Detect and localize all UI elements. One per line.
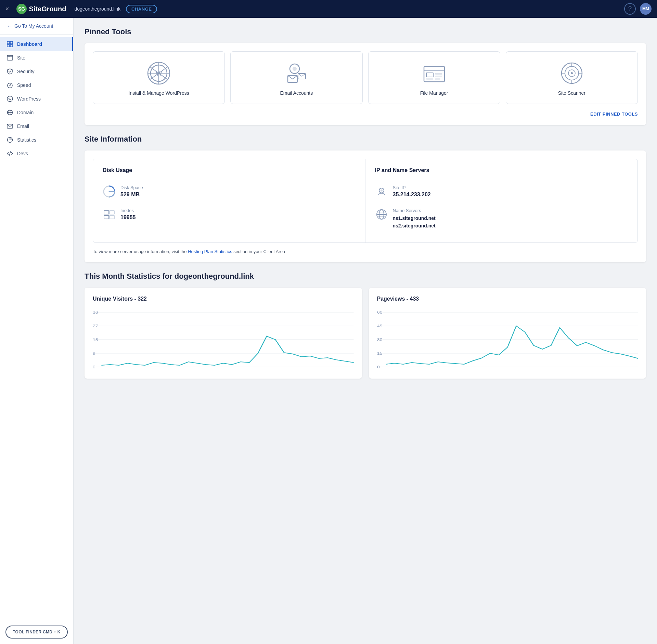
tool-card-wordpress[interactable]: W Install & Manage WordPress: [93, 51, 225, 104]
sidebar-item-speed[interactable]: Speed: [0, 78, 73, 92]
email-tool-label: Email Accounts: [280, 90, 313, 97]
svg-rect-49: [104, 211, 109, 214]
unique-visitors-chart: 36 27 18 9 0: [93, 309, 354, 370]
sidebar-item-security-label: Security: [17, 69, 35, 74]
wordpress-icon: W: [7, 96, 13, 102]
sidebar-item-dashboard-label: Dashboard: [17, 41, 42, 47]
disk-space-row: Disk Space 529 MB: [103, 180, 356, 203]
svg-text:60: 60: [377, 311, 383, 315]
inodes-icon: [103, 208, 116, 221]
edit-pinned-tools-link[interactable]: EDIT PINNED TOOLS: [590, 111, 638, 117]
sidebar-item-speed-label: Speed: [17, 82, 31, 88]
disk-space-value: 529 MB: [120, 192, 143, 198]
avatar[interactable]: MM: [640, 3, 652, 15]
go-to-account-label: Go To My Account: [14, 23, 53, 29]
pageviews-chart: 60 45 30 15 0: [377, 309, 638, 370]
sidebar-item-domain-label: Domain: [17, 110, 34, 115]
sidebar-item-wordpress[interactable]: W WordPress: [0, 92, 73, 106]
ns1-value: ns1.siteground.net: [393, 215, 436, 221]
name-servers-row: Name Servers ns1.siteground.net ns2.site…: [375, 203, 628, 235]
wordpress-tool-label: Install & Manage WordPress: [129, 90, 189, 97]
ip-servers-title: IP and Name Servers: [375, 167, 628, 173]
svg-rect-52: [110, 215, 114, 219]
site-icon: [7, 55, 13, 61]
sidebar-item-site-label: Site: [17, 55, 25, 61]
note-pre: To view more server usage information, v…: [93, 249, 188, 254]
site-info-title: Site Information: [85, 135, 646, 144]
pinned-tools-title: Pinned Tools: [85, 27, 646, 36]
logo-text: SiteGround: [29, 5, 66, 13]
close-button[interactable]: ×: [5, 5, 9, 13]
svg-text:0: 0: [377, 365, 380, 369]
statistics-icon: [7, 137, 13, 143]
name-servers-value: ns1.siteground.net ns2.siteground.net: [393, 214, 436, 230]
sidebar-item-statistics-label: Statistics: [17, 137, 36, 143]
svg-point-12: [10, 85, 11, 86]
dashboard-icon: [7, 41, 13, 47]
main-layout: ← Go To My Account Dashboard: [0, 18, 657, 644]
disk-usage-title: Disk Usage: [103, 167, 356, 173]
scanner-tool-label: Site Scanner: [558, 90, 585, 97]
pinned-tools-grid: W Install & Manage WordPress: [93, 51, 638, 104]
tool-card-filemanager[interactable]: File Manager: [368, 51, 500, 104]
disk-space-icon: [103, 185, 116, 198]
svg-text:W: W: [9, 97, 12, 101]
site-ip-label: Site IP: [393, 185, 431, 190]
site-ip-icon: [375, 185, 388, 198]
inodes-value: 19955: [120, 214, 136, 221]
sidebar-item-dashboard[interactable]: Dashboard: [0, 37, 73, 51]
sidebar-item-security[interactable]: Security: [0, 65, 73, 78]
tool-card-email[interactable]: Email Accounts: [230, 51, 362, 104]
svg-point-43: [571, 72, 573, 74]
svg-text:9: 9: [93, 352, 95, 356]
svg-point-8: [8, 56, 9, 56]
svg-text:18: 18: [93, 338, 98, 342]
sidebar-item-devs[interactable]: Devs: [0, 147, 73, 160]
tool-card-scanner[interactable]: Site Scanner: [506, 51, 638, 104]
note-post: section in your Client Area: [232, 249, 285, 254]
disk-usage-panel: Disk Usage Disk Space 529 MB: [93, 159, 365, 243]
sidebar-nav: Dashboard Site Security: [0, 35, 73, 620]
wordpress-tool-icon: W: [147, 61, 171, 85]
ns2-value: ns2.siteground.net: [393, 223, 436, 228]
ip-servers-panel: IP and Name Servers Site IP 35.214.233.2…: [365, 159, 638, 243]
domain-icon: [7, 109, 13, 116]
topbar: × SG SiteGround dogeontheground.link CHA…: [0, 0, 657, 18]
sidebar-item-domain[interactable]: Domain: [0, 106, 73, 119]
svg-text:W: W: [155, 69, 163, 77]
scanner-tool-icon: [560, 61, 584, 85]
svg-point-30: [293, 67, 297, 71]
inodes-row: Inodes 19955: [103, 203, 356, 226]
site-ip-row: Site IP 35.214.233.202: [375, 180, 628, 203]
pageviews-title: Pageviews - 433: [377, 296, 638, 302]
sidebar-item-site[interactable]: Site: [0, 51, 73, 65]
svg-text:SG: SG: [18, 6, 25, 12]
svg-line-21: [9, 152, 11, 156]
svg-text:15: 15: [377, 352, 383, 356]
svg-text:27: 27: [93, 324, 98, 328]
sidebar-item-email[interactable]: Email: [0, 119, 73, 133]
svg-text:45: 45: [377, 324, 383, 328]
tool-finder-button[interactable]: TOOL FINDER CMD + K: [5, 626, 68, 639]
svg-point-9: [9, 56, 10, 56]
svg-rect-50: [104, 215, 109, 219]
filemanager-tool-icon: [422, 61, 446, 85]
svg-rect-37: [435, 73, 442, 75]
filemanager-tool-label: File Manager: [420, 90, 448, 97]
statistics-grid: Unique Visitors - 322 36 27 18 9: [85, 288, 646, 379]
logo-icon: SG: [16, 3, 27, 14]
sidebar-item-email-label: Email: [17, 123, 29, 129]
change-domain-button[interactable]: CHANGE: [126, 5, 157, 13]
statistics-title: This Month Statistics for dogeonthegroun…: [85, 272, 646, 281]
security-icon: [7, 68, 13, 75]
svg-text:36: 36: [93, 311, 98, 315]
speed-icon: [7, 82, 13, 88]
sidebar-item-statistics[interactable]: Statistics: [0, 133, 73, 147]
svg-rect-36: [426, 78, 433, 80]
email-tool-icon: [284, 61, 308, 85]
help-button[interactable]: ?: [624, 3, 636, 15]
hosting-stats-link[interactable]: Hosting Plan Statistics: [188, 249, 232, 254]
go-to-account-link[interactable]: ← Go To My Account: [0, 18, 73, 35]
svg-rect-38: [435, 76, 442, 77]
unique-visitors-card: Unique Visitors - 322 36 27 18 9: [85, 288, 362, 379]
